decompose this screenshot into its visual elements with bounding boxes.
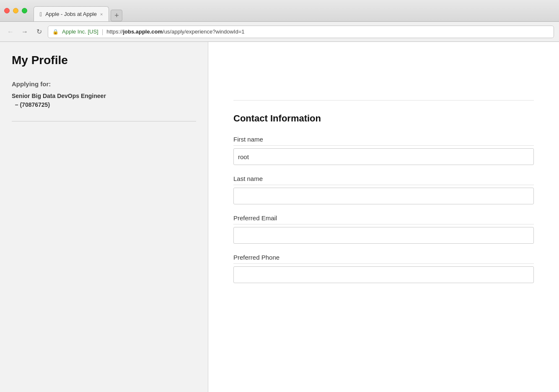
apple-logo-icon:  bbox=[40, 11, 42, 18]
back-button[interactable]: ← bbox=[5, 26, 16, 37]
section-title: Contact Information bbox=[233, 113, 534, 124]
phone-input[interactable] bbox=[233, 266, 534, 283]
lock-icon: 🔒 bbox=[52, 29, 59, 35]
sidebar-divider bbox=[12, 121, 196, 121]
addressbar: ← → ↻ 🔒 Apple Inc. [US] | https://jobs.a… bbox=[0, 22, 559, 42]
sidebar: My Profile Applying for: Senior Big Data… bbox=[0, 42, 208, 392]
phone-label: Preferred Phone bbox=[233, 254, 534, 264]
top-divider-row bbox=[233, 42, 534, 101]
tab-title: Apple - Jobs at Apple bbox=[45, 11, 97, 17]
last-name-group: Last name bbox=[233, 175, 534, 204]
last-name-input[interactable] bbox=[233, 188, 534, 204]
forward-button[interactable]: → bbox=[19, 26, 30, 37]
tab-close-button[interactable]: × bbox=[100, 12, 103, 17]
page-content: My Profile Applying for: Senior Big Data… bbox=[0, 42, 559, 392]
site-label: Apple Inc. [US] bbox=[62, 28, 98, 35]
url-text: https://jobs.apple.com/us/apply/experien… bbox=[106, 28, 244, 35]
email-group: Preferred Email bbox=[233, 214, 534, 244]
last-name-label: Last name bbox=[233, 175, 534, 185]
reload-button[interactable]: ↻ bbox=[34, 26, 44, 37]
url-bold: jobs.apple.com bbox=[123, 28, 163, 35]
close-button[interactable] bbox=[4, 8, 10, 13]
phone-group: Preferred Phone bbox=[233, 254, 534, 283]
active-tab[interactable]:  Apple - Jobs at Apple × bbox=[34, 6, 109, 21]
url-suffix: /us/apply/experience?windowId=1 bbox=[163, 28, 245, 35]
tabs-area:  Apple - Jobs at Apple × + bbox=[34, 0, 122, 21]
job-title: Senior Big Data DevOps Engineer – (70876… bbox=[12, 92, 196, 109]
traffic-lights bbox=[4, 8, 27, 13]
maximize-button[interactable] bbox=[22, 8, 27, 13]
url-divider: | bbox=[102, 28, 104, 35]
email-input[interactable] bbox=[233, 227, 534, 244]
first-name-label: First name bbox=[233, 136, 534, 146]
applying-for-label: Applying for: bbox=[12, 80, 196, 88]
titlebar:  Apple - Jobs at Apple × + bbox=[0, 0, 559, 22]
new-tab-button[interactable]: + bbox=[111, 10, 122, 21]
main-form: Contact Information First name Last name… bbox=[208, 42, 559, 392]
url-prefix: https:// bbox=[106, 28, 123, 35]
first-name-group: First name bbox=[233, 136, 534, 165]
email-label: Preferred Email bbox=[233, 214, 534, 224]
address-field[interactable]: 🔒 Apple Inc. [US] | https://jobs.apple.c… bbox=[48, 26, 554, 38]
contact-info-section: Contact Information First name Last name… bbox=[233, 101, 534, 306]
sidebar-title: My Profile bbox=[12, 54, 196, 67]
minimize-button[interactable] bbox=[13, 8, 18, 13]
first-name-input[interactable] bbox=[233, 148, 534, 165]
